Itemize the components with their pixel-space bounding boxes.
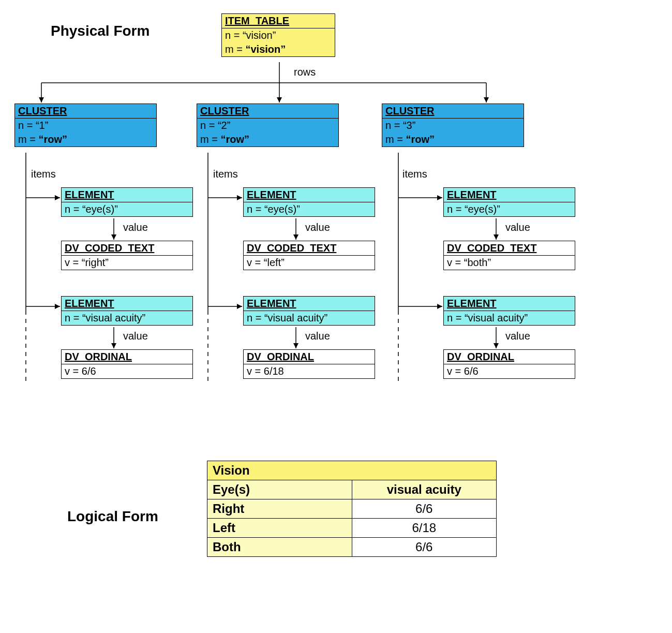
diagram-root: Physical Form ITEM_TABLE n = “vision” m …: [10, 10, 662, 621]
item-table-box: ITEM_TABLE n = “vision” m = “vision”: [221, 13, 335, 57]
element-title: ELEMENT: [62, 297, 192, 311]
value-label: value: [305, 330, 330, 342]
element-box: ELEMENT n = “visual acuity”: [443, 296, 575, 326]
value-label: value: [505, 222, 530, 233]
dv-title: DV_CODED_TEXT: [62, 241, 192, 256]
table-row-key: Right: [207, 499, 352, 519]
table-row-key: Left: [207, 519, 352, 538]
cluster-title: CLUSTER: [382, 104, 524, 119]
table-row-val: 6/6: [352, 538, 497, 557]
cluster-3-box: CLUSTER n = “3” m = “row”: [382, 104, 524, 147]
dv-title: DV_CODED_TEXT: [444, 241, 575, 256]
item-table-n: n = “vision”: [222, 28, 335, 42]
physical-form-label: Physical Form: [51, 23, 150, 39]
items-label-1: items: [31, 168, 56, 180]
table-title: Vision: [207, 461, 497, 480]
items-label-2: items: [213, 168, 238, 180]
table-row-key: Both: [207, 538, 352, 557]
cluster-1-box: CLUSTER n = “1” m = “row”: [14, 104, 157, 147]
element-title: ELEMENT: [444, 297, 575, 311]
table-col1: Eye(s): [207, 480, 352, 499]
table-row-val: 6/18: [352, 519, 497, 538]
dv-title: DV_ORDINAL: [62, 350, 192, 364]
element-n: n = “visual acuity”: [244, 311, 375, 325]
dv-v: v = 6/18: [244, 364, 375, 378]
element-title: ELEMENT: [244, 297, 375, 311]
element-n: n = “eye(s)”: [62, 202, 192, 216]
dv-v: v = “left”: [244, 256, 375, 270]
value-label: value: [123, 222, 148, 233]
dv-title: DV_ORDINAL: [444, 350, 575, 364]
dv-coded-text-box: DV_CODED_TEXT v = “right”: [61, 241, 193, 270]
element-n: n = “visual acuity”: [444, 311, 575, 325]
cluster-m: m = “row”: [197, 133, 338, 146]
value-label: value: [123, 330, 148, 342]
dv-coded-text-box: DV_CODED_TEXT v = “both”: [443, 241, 575, 270]
cluster-n: n = “3”: [382, 119, 524, 133]
dv-v: v = 6/6: [444, 364, 575, 378]
logical-table: Vision Eye(s) visual acuity Right6/6 Lef…: [207, 461, 497, 557]
element-n: n = “visual acuity”: [62, 311, 192, 325]
element-title: ELEMENT: [444, 188, 575, 202]
cluster-title: CLUSTER: [197, 104, 338, 119]
cluster-n: n = “2”: [197, 119, 338, 133]
dv-title: DV_CODED_TEXT: [244, 241, 375, 256]
dv-ordinal-box: DV_ORDINAL v = 6/18: [243, 349, 375, 379]
element-box: ELEMENT n = “eye(s)”: [243, 187, 375, 217]
dv-v: v = 6/6: [62, 364, 192, 378]
value-label: value: [505, 330, 530, 342]
dv-title: DV_ORDINAL: [244, 350, 375, 364]
table-row-val: 6/6: [352, 499, 497, 519]
dv-v: v = “right”: [62, 256, 192, 270]
item-table-m: m = “vision”: [222, 42, 335, 56]
value-label: value: [305, 222, 330, 233]
element-box: ELEMENT n = “visual acuity”: [243, 296, 375, 326]
cluster-title: CLUSTER: [15, 104, 156, 119]
dv-v: v = “both”: [444, 256, 575, 270]
dv-ordinal-box: DV_ORDINAL v = 6/6: [443, 349, 575, 379]
element-box: ELEMENT n = “eye(s)”: [61, 187, 193, 217]
element-title: ELEMENT: [62, 188, 192, 202]
dv-coded-text-box: DV_CODED_TEXT v = “left”: [243, 241, 375, 270]
element-n: n = “eye(s)”: [244, 202, 375, 216]
element-n: n = “eye(s)”: [444, 202, 575, 216]
element-title: ELEMENT: [244, 188, 375, 202]
cluster-2-box: CLUSTER n = “2” m = “row”: [197, 104, 339, 147]
item-table-title: ITEM_TABLE: [222, 14, 335, 28]
element-box: ELEMENT n = “visual acuity”: [61, 296, 193, 326]
items-label-3: items: [402, 168, 427, 180]
cluster-m: m = “row”: [15, 133, 156, 146]
rows-label: rows: [294, 66, 316, 78]
dv-ordinal-box: DV_ORDINAL v = 6/6: [61, 349, 193, 379]
table-col2: visual acuity: [352, 480, 497, 499]
cluster-m: m = “row”: [382, 133, 524, 146]
logical-form-label: Logical Form: [67, 508, 158, 525]
element-box: ELEMENT n = “eye(s)”: [443, 187, 575, 217]
cluster-n: n = “1”: [15, 119, 156, 133]
